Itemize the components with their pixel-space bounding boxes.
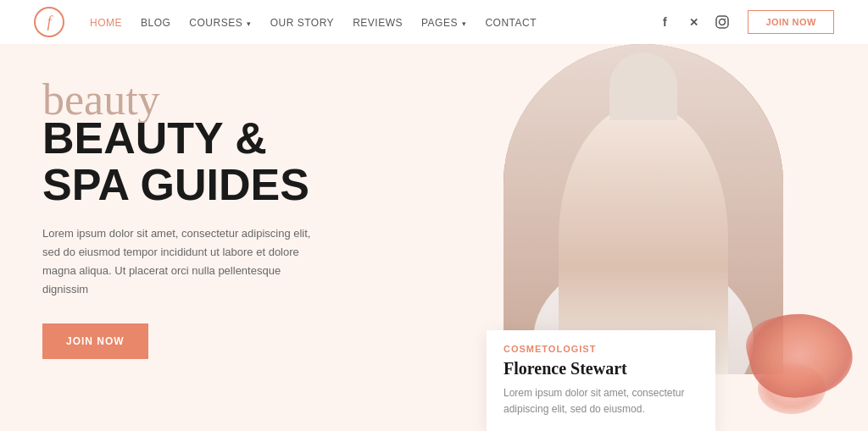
card-role: COSMETOLOGIST <box>504 344 698 354</box>
chevron-down-icon-pages: ▾ <box>459 19 467 28</box>
card-name: Florence Stewart <box>504 359 698 379</box>
navigation: f HOME BLOG COURSES ▾ OUR STORY REVIEWS … <box>0 0 868 44</box>
svg-rect-0 <box>716 16 728 28</box>
nav-item-courses[interactable]: COURSES ▾ <box>189 14 251 30</box>
nav-link-home[interactable]: HOME <box>90 17 122 29</box>
svg-rect-8 <box>588 129 698 180</box>
nav-link-pages[interactable]: PAGES ▾ <box>421 17 466 29</box>
svg-point-6 <box>594 171 693 290</box>
nav-menu: HOME BLOG COURSES ▾ OUR STORY REVIEWS PA… <box>90 14 656 30</box>
nav-item-pages[interactable]: PAGES ▾ <box>421 14 466 30</box>
join-now-hero-button[interactable]: JOIN NOW <box>42 323 148 359</box>
hero-arch-image <box>504 44 783 374</box>
hero-image-section: COSMETOLOGIST Florence Stewart Lorem ips… <box>478 44 868 431</box>
nav-item-contact[interactable]: CONTACT <box>485 14 537 30</box>
hero-description: Lorem ipsum dolor sit amet, consectetur … <box>42 224 322 299</box>
svg-point-7 <box>588 123 698 216</box>
hero-section: beauty BEAUTY & SPA GUIDES Lorem ipsum d… <box>0 44 868 431</box>
svg-point-2 <box>725 19 726 20</box>
instagram-icon[interactable] <box>714 14 731 30</box>
nav-link-our-story[interactable]: OUR STORY <box>270 17 334 29</box>
facebook-icon[interactable]: f <box>656 14 673 30</box>
logo-letter: f <box>47 14 51 31</box>
chevron-down-icon: ▾ <box>244 19 252 28</box>
logo[interactable]: f <box>34 7 64 37</box>
nav-link-contact[interactable]: CONTACT <box>485 17 537 29</box>
hero-content: beauty BEAUTY & SPA GUIDES Lorem ipsum d… <box>0 44 478 431</box>
svg-point-9 <box>617 91 669 157</box>
social-links: f ✕ <box>656 14 731 30</box>
cosmetologist-card: COSMETOLOGIST Florence Stewart Lorem ips… <box>487 330 715 431</box>
svg-rect-5 <box>629 247 658 298</box>
svg-point-1 <box>720 19 726 25</box>
model-photo <box>504 44 783 374</box>
nav-item-home[interactable]: HOME <box>90 14 122 30</box>
join-now-nav-button[interactable]: JOIN NOW <box>748 10 834 34</box>
svg-point-10 <box>643 222 673 235</box>
twitter-x-icon[interactable]: ✕ <box>685 14 702 30</box>
nav-item-reviews[interactable]: REVIEWS <box>353 14 403 30</box>
nav-link-courses[interactable]: COURSES ▾ <box>189 17 251 29</box>
card-description: Lorem ipsum dolor sit amet, consectetur … <box>504 385 698 417</box>
nav-item-blog[interactable]: BLOG <box>141 14 170 30</box>
nav-link-blog[interactable]: BLOG <box>141 17 170 29</box>
hero-title: BEAUTY & SPA GUIDES <box>42 115 436 207</box>
nav-link-reviews[interactable]: REVIEWS <box>353 17 403 29</box>
nav-item-our-story[interactable]: OUR STORY <box>270 14 334 30</box>
